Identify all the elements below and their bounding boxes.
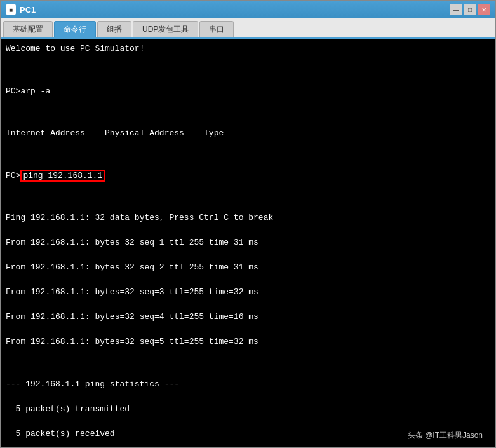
- window-title: PC1: [20, 5, 36, 15]
- tab-udp-tool[interactable]: UDP发包工具: [133, 21, 198, 37]
- title-bar-left: ■ PC1: [6, 4, 36, 15]
- line-arp: PC>arp -a: [6, 85, 490, 98]
- tab-command-line[interactable]: 命令行: [54, 21, 96, 37]
- tab-basic-config[interactable]: 基础配置: [3, 21, 53, 37]
- line-ping1-seq2: From 192.168.1.1: bytes=32 seq=2 ttl=255…: [6, 261, 490, 274]
- close-button[interactable]: ✕: [478, 4, 490, 15]
- tab-bar: 基础配置 命令行 组播 UDP发包工具 串口: [1, 18, 495, 39]
- title-buttons: — □ ✕: [450, 4, 490, 15]
- line-1: Welcome to use PC Simulator!: [6, 43, 490, 55]
- minimize-button[interactable]: —: [450, 4, 462, 15]
- line-ping1-cmd: PC>ping 192.168.1.1: [6, 170, 490, 182]
- line-ping1-tx: 5 packet(s) transmitted: [6, 403, 490, 416]
- line-arp-header: Internet Address Physical Address Type: [6, 127, 490, 140]
- tab-multicast[interactable]: 组播: [97, 21, 131, 37]
- line-ping1-seq4: From 192.168.1.1: bytes=32 seq=4 ttl=255…: [6, 311, 490, 323]
- window: ■ PC1 — □ ✕ 基础配置 命令行 组播 UDP发包工具 串口 Welco…: [0, 0, 496, 448]
- line-ping1-stats-header: --- 192.168.1.1 ping statistics ---: [6, 378, 490, 391]
- line-ping1-start: Ping 192.168.1.1: 32 data bytes, Press C…: [6, 212, 490, 224]
- title-bar: ■ PC1 — □ ✕: [1, 1, 495, 18]
- app-icon: ■: [6, 4, 16, 15]
- terminal[interactable]: Welcome to use PC Simulator! PC>arp -a I…: [1, 39, 495, 447]
- line-ping1-seq3: From 192.168.1.1: bytes=32 seq=3 ttl=255…: [6, 286, 490, 299]
- terminal-output: Welcome to use PC Simulator! PC>arp -a I…: [6, 43, 490, 447]
- line-ping1-seq5: From 192.168.1.1: bytes=32 seq=5 ttl=255…: [6, 336, 490, 348]
- line-ping1-seq1: From 192.168.1.1: bytes=32 seq=1 ttl=255…: [6, 236, 490, 249]
- tab-serial[interactable]: 串口: [199, 21, 234, 37]
- line-ping1-rx: 5 packet(s) received: [6, 428, 490, 440]
- maximize-button[interactable]: □: [464, 4, 476, 15]
